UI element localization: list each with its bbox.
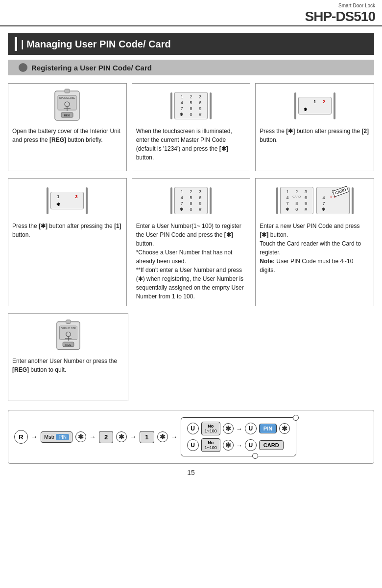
step4-desc: Press the [✱] button after pressing the … [12, 222, 122, 239]
section-title-bar: Registering a User PIN Code/ Card [8, 60, 374, 75]
flow-star1: ✱ [75, 431, 86, 442]
step1-desc: Open the battery cover of the Interior U… [12, 127, 122, 144]
svg-text:REG: REG [64, 114, 71, 117]
brand-small: Smart Door Lock [338, 3, 375, 9]
step7-image: OPEN/CLOSE REG [12, 318, 124, 353]
step5-image: 123 456 789 ✱0# [136, 183, 246, 218]
keypad-keys-step2: 123 456 789 ✱0# [178, 94, 204, 117]
flow-u3: U [187, 439, 199, 451]
page-number: 15 [0, 469, 382, 476]
step7-desc: Enter another User Number or press the [… [12, 357, 124, 374]
left-keypad-container: 123 4CARD6 789 ✱0# [276, 187, 313, 214]
flow-star5: ✱ [279, 423, 290, 434]
mstr-label: Mstr [44, 434, 54, 440]
flow-no2: No 1~100 [201, 438, 220, 452]
step6-box: 123 4CARD6 789 ✱0# 23 [255, 178, 374, 306]
svg-rect-10 [66, 320, 70, 324]
svg-text:OPEN/CLOSE: OPEN/CLOSE [61, 327, 76, 330]
flow-star6: ✱ [223, 440, 234, 451]
step3-desc: Press the [✱] button after pressing the … [260, 127, 370, 144]
instruction-grid-row1: OPEN/CLOSE REG Open the battery cover of… [8, 83, 374, 171]
flow-branch: U No 1~100 ✱ → U PIN ✱ U No 1~100 ✱ [181, 417, 297, 456]
left-notch-s4 [47, 187, 48, 214]
flow-u2: U [245, 423, 257, 434]
step4-box: 13 ✱ Press the [✱] button after pressing… [8, 178, 127, 306]
flow-card-end: CARD [259, 440, 284, 450]
instruction-grid-row3: OPEN/CLOSE REG Enter another User Number… [8, 313, 374, 401]
step3-box: 12 ✱ Press the [✱] button after pressing… [255, 83, 374, 171]
keypad-panel-step6a: 123 4CARD6 789 ✱0# [280, 187, 313, 214]
section-circle [19, 63, 27, 72]
flow-u4: U [245, 439, 257, 451]
branch-row2: U No 1~100 ✱ → U CARD [187, 438, 290, 452]
left-notch-s6a [276, 187, 278, 214]
section-title: Registering a User PIN Code/ Card [31, 64, 152, 72]
arrow3: → [130, 433, 137, 441]
left-notch-s5 [170, 187, 172, 214]
step5-box: 123 456 789 ✱0# Enter a User Number(1~ 1… [132, 178, 251, 306]
keypad-wrap-step4: 13 ✱ [47, 187, 88, 214]
row3-filler [133, 313, 374, 401]
branch-row1: U No 1~100 ✱ → U PIN ✱ [187, 422, 290, 435]
keypad-panel-step3: 12 ✱ [298, 97, 332, 114]
left-notch [170, 92, 172, 119]
page-title: | Managing User PIN Code/ Card [21, 39, 171, 50]
right-notch [210, 92, 212, 119]
svg-rect-1 [65, 89, 70, 93]
title-accent [15, 37, 17, 51]
flow-r-circle: R [14, 430, 28, 444]
left-keypad-wrap: 123 4CARD6 789 ✱0# [276, 187, 313, 214]
step1-image: OPEN/CLOSE REG [12, 89, 122, 123]
flow-mstr-pin: Mstr PIN [41, 431, 72, 443]
flow-pin-label: PIN [56, 434, 69, 440]
keypad-wrap-step2: 123 456 789 ✱0# [170, 92, 212, 119]
registered-circle-2 [252, 453, 258, 459]
arrow4: → [171, 433, 178, 441]
step2-desc: When the touchscreen is illuminated, ent… [136, 127, 246, 162]
flow-pin-end: PIN [259, 424, 277, 433]
right-notch-s6b [352, 187, 354, 214]
step2-box: 123 456 789 ✱0# When the touchscreen is … [132, 83, 251, 171]
arrow2: → [89, 433, 96, 441]
keypad-panel-step2: 123 456 789 ✱0# [174, 92, 208, 119]
step5-desc: Enter a User Number(1~ 100) to register … [136, 222, 246, 301]
page-title-bar: | Managing User PIN Code/ Card [8, 33, 374, 55]
arrow1: → [31, 433, 38, 441]
step1-box: OPEN/CLOSE REG Open the battery cover of… [8, 83, 127, 171]
right-keypad-container: 23 45~b 7 ✱ CARD [316, 187, 354, 214]
keypad-sparse-step4: 13 ✱ [54, 194, 80, 207]
flow-star2: ✱ [116, 431, 127, 442]
keypad-panel-step5: 123 456 789 ✱0# [174, 187, 208, 214]
right-notch-s4 [86, 187, 88, 214]
keypad-keys-step5: 123 456 789 ✱0# [178, 189, 204, 212]
left-notch-s3 [294, 92, 296, 119]
interior-unit-svg: OPEN/CLOSE REG [45, 89, 89, 123]
header: Smart Door Lock SHP-DS510 [0, 0, 382, 26]
flow-u1: U [187, 423, 199, 434]
step3-image: 12 ✱ [260, 89, 370, 123]
arrow5: → [236, 425, 242, 432]
step4-image: 13 ✱ [12, 183, 122, 218]
keypad-sparse-step3: 12 ✱ [302, 99, 328, 112]
keypad-keys-step6a: 123 4CARD6 789 ✱0# [284, 189, 310, 212]
right-notch-s3 [334, 92, 335, 119]
right-notch-s5 [210, 187, 212, 214]
keypad-wrap-step5: 123 456 789 ✱0# [170, 187, 212, 214]
svg-text:REG: REG [65, 343, 72, 346]
keypad-panel-step6b: 23 45~b 7 ✱ CARD [316, 187, 350, 214]
step6-image: 123 4CARD6 789 ✱0# 23 [260, 183, 370, 218]
right-keypad-wrap: 23 45~b 7 ✱ CARD [316, 187, 354, 214]
brand-block: Smart Door Lock SHP-DS510 [305, 3, 375, 24]
keypad-wrap-step3: 12 ✱ [294, 92, 335, 119]
arrow6: → [236, 442, 242, 449]
step6-desc: Enter a new User PIN Code and press [✱] … [260, 222, 370, 274]
flow-main-row: R → Mstr PIN ✱ → 2 ✱ → 1 ✱ → U No 1~ [14, 417, 368, 456]
instruction-grid-row2: 13 ✱ Press the [✱] button after pressing… [8, 178, 374, 306]
registered-circle-1 [293, 415, 299, 421]
svg-text:OPEN/CLOSE: OPEN/CLOSE [59, 96, 75, 99]
step2-image: 123 456 789 ✱0# [136, 89, 246, 123]
flow-star3: ✱ [157, 431, 168, 442]
flow-diagram: R → Mstr PIN ✱ → 2 ✱ → 1 ✱ → U No 1~ [8, 410, 374, 464]
double-keypad-wrap: 123 4CARD6 789 ✱0# 23 [276, 187, 354, 214]
model-number: SHP-DS510 [305, 9, 375, 24]
